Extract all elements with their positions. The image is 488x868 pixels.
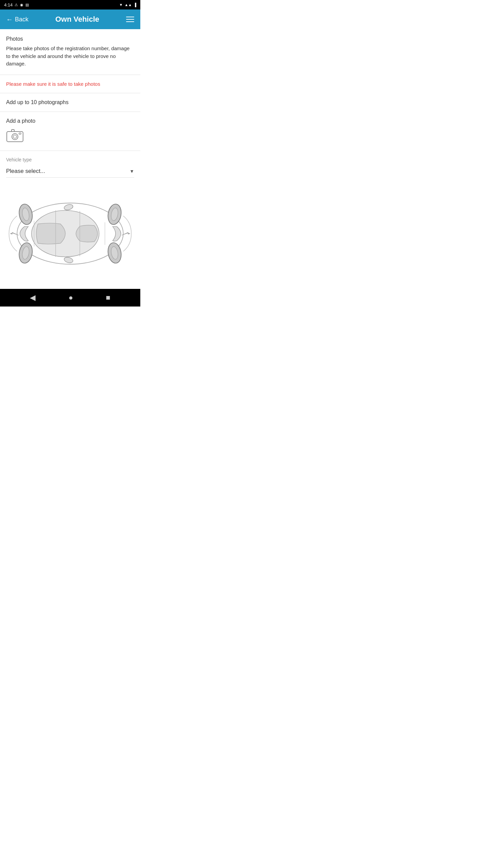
back-arrow-icon: ←	[6, 16, 13, 23]
warning-icon: ⚠	[15, 3, 18, 7]
safety-notice-section: Please make sure it is safe to take phot…	[0, 75, 140, 93]
svg-point-2	[13, 135, 17, 138]
menu-icon-line2	[126, 19, 134, 20]
wifi-icon: ▼	[119, 3, 123, 7]
back-label: Back	[15, 16, 28, 23]
nav-bar: ◀ ● ■	[0, 289, 140, 307]
menu-icon-line3	[126, 21, 134, 22]
add-photos-section: Add up to 10 photographs	[0, 93, 140, 112]
photos-section: Photos Please take photos of the registr…	[0, 29, 140, 75]
back-button[interactable]: ← Back	[6, 16, 28, 23]
car-diagram-section	[0, 182, 140, 289]
status-bar: 4:14 ⚠ ◉ ▤ ▼ ▲▲ ▐	[0, 0, 140, 9]
nav-back-button[interactable]: ◀	[30, 293, 36, 302]
status-left: 4:14 ⚠ ◉ ▤	[4, 2, 29, 7]
main-content: Photos Please take photos of the registr…	[0, 29, 140, 289]
nav-home-button[interactable]: ●	[68, 293, 73, 302]
signal-icon: ▲▲	[124, 3, 132, 7]
nav-recents-button[interactable]: ■	[106, 293, 110, 302]
status-right: ▼ ▲▲ ▐	[119, 3, 136, 7]
card-icon: ▤	[25, 3, 29, 7]
vehicle-type-label: Vehicle type	[6, 157, 134, 162]
status-time: 4:14	[4, 2, 13, 7]
photos-title: Photos	[6, 36, 134, 42]
camera-icon	[6, 128, 24, 143]
photos-description: Please take photos of the registration n…	[6, 45, 134, 68]
menu-button[interactable]	[126, 17, 134, 22]
app-bar: ← Back Own Vehicle	[0, 9, 140, 29]
vehicle-type-value: Please select...	[6, 168, 45, 175]
svg-rect-3	[19, 133, 21, 134]
add-photo-section: Add a photo	[0, 112, 140, 151]
camera-button[interactable]	[6, 128, 24, 144]
svg-point-1	[12, 134, 18, 140]
battery-icon: ▐	[134, 3, 136, 7]
add-photo-label: Add a photo	[6, 118, 134, 124]
vehicle-type-dropdown[interactable]: Please select... ▼	[6, 165, 134, 178]
dropdown-arrow-icon: ▼	[129, 169, 134, 174]
page-title: Own Vehicle	[28, 15, 126, 24]
safety-notice-text: Please make sure it is safe to take phot…	[6, 81, 134, 87]
circle-icon: ◉	[20, 3, 23, 7]
menu-icon-line1	[126, 17, 134, 17]
add-photos-label: Add up to 10 photographs	[6, 99, 134, 105]
vehicle-type-section: Vehicle type Please select... ▼	[0, 151, 140, 182]
car-top-view-diagram	[6, 189, 135, 279]
